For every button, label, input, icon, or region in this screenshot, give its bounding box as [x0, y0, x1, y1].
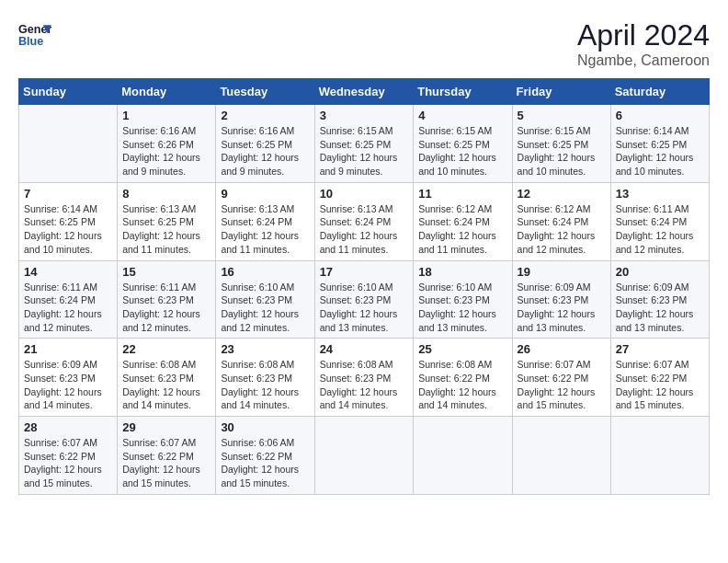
- calendar-cell: 30Sunrise: 6:06 AM Sunset: 6:22 PM Dayli…: [216, 417, 314, 495]
- calendar-table: Sunday Monday Tuesday Wednesday Thursday…: [18, 78, 710, 495]
- calendar-week-3: 14Sunrise: 6:11 AM Sunset: 6:24 PM Dayli…: [19, 260, 710, 339]
- month-title: April 2024: [577, 18, 710, 52]
- calendar-cell: 25Sunrise: 6:08 AM Sunset: 6:22 PM Dayli…: [414, 339, 512, 417]
- logo-icon: General Blue: [18, 18, 51, 52]
- day-number: 2: [221, 109, 309, 122]
- calendar-cell: [19, 105, 118, 183]
- day-info: Sunrise: 6:16 AM Sunset: 6:25 PM Dayligh…: [221, 124, 309, 178]
- calendar-week-2: 7Sunrise: 6:14 AM Sunset: 6:25 PM Daylig…: [19, 182, 710, 260]
- day-number: 4: [418, 109, 506, 122]
- col-saturday: Saturday: [610, 79, 709, 105]
- calendar-cell: 26Sunrise: 6:07 AM Sunset: 6:22 PM Dayli…: [512, 339, 610, 417]
- day-number: 5: [518, 109, 606, 122]
- header-row: Sunday Monday Tuesday Wednesday Thursday…: [19, 79, 710, 105]
- day-number: 13: [616, 187, 704, 201]
- col-friday: Friday: [512, 79, 610, 105]
- calendar-cell: [610, 417, 709, 495]
- page-header: General Blue April 2024 Ngambe, Cameroon: [18, 18, 710, 69]
- day-info: Sunrise: 6:14 AM Sunset: 6:25 PM Dayligh…: [24, 202, 112, 257]
- day-info: Sunrise: 6:13 AM Sunset: 6:25 PM Dayligh…: [122, 202, 210, 257]
- day-info: Sunrise: 6:16 AM Sunset: 6:26 PM Dayligh…: [122, 124, 210, 178]
- calendar-cell: 17Sunrise: 6:10 AM Sunset: 6:23 PM Dayli…: [314, 260, 414, 339]
- calendar-cell: 4Sunrise: 6:15 AM Sunset: 6:25 PM Daylig…: [414, 105, 512, 183]
- day-number: 1: [122, 109, 210, 122]
- day-info: Sunrise: 6:08 AM Sunset: 6:23 PM Dayligh…: [221, 358, 309, 412]
- calendar-week-4: 21Sunrise: 6:09 AM Sunset: 6:23 PM Dayli…: [19, 339, 710, 417]
- day-info: Sunrise: 6:06 AM Sunset: 6:22 PM Dayligh…: [221, 436, 309, 490]
- calendar-cell: [414, 417, 512, 495]
- day-number: 12: [518, 187, 606, 201]
- day-number: 23: [221, 342, 309, 356]
- day-info: Sunrise: 6:14 AM Sunset: 6:25 PM Dayligh…: [616, 124, 704, 178]
- day-info: Sunrise: 6:13 AM Sunset: 6:24 PM Dayligh…: [221, 202, 309, 257]
- calendar-cell: [512, 417, 610, 495]
- calendar-cell: 16Sunrise: 6:10 AM Sunset: 6:23 PM Dayli…: [216, 260, 314, 339]
- day-info: Sunrise: 6:12 AM Sunset: 6:24 PM Dayligh…: [418, 202, 506, 257]
- calendar-cell: 20Sunrise: 6:09 AM Sunset: 6:23 PM Dayli…: [610, 260, 709, 339]
- calendar-cell: 1Sunrise: 6:16 AM Sunset: 6:26 PM Daylig…: [118, 105, 216, 183]
- day-number: 27: [616, 342, 704, 356]
- day-info: Sunrise: 6:10 AM Sunset: 6:23 PM Dayligh…: [320, 281, 409, 335]
- day-info: Sunrise: 6:07 AM Sunset: 6:22 PM Dayligh…: [24, 436, 112, 490]
- day-info: Sunrise: 6:12 AM Sunset: 6:24 PM Dayligh…: [518, 202, 606, 257]
- day-number: 25: [418, 342, 506, 356]
- col-thursday: Thursday: [414, 79, 512, 105]
- svg-text:Blue: Blue: [18, 35, 43, 48]
- calendar-cell: 2Sunrise: 6:16 AM Sunset: 6:25 PM Daylig…: [216, 105, 314, 183]
- calendar-cell: 13Sunrise: 6:11 AM Sunset: 6:24 PM Dayli…: [610, 182, 709, 260]
- day-number: 29: [122, 420, 210, 434]
- calendar-cell: 10Sunrise: 6:13 AM Sunset: 6:24 PM Dayli…: [314, 182, 414, 260]
- calendar-cell: 21Sunrise: 6:09 AM Sunset: 6:23 PM Dayli…: [19, 339, 118, 417]
- day-number: 19: [518, 265, 606, 279]
- day-number: 17: [320, 265, 409, 279]
- calendar-cell: 15Sunrise: 6:11 AM Sunset: 6:23 PM Dayli…: [118, 260, 216, 339]
- day-info: Sunrise: 6:13 AM Sunset: 6:24 PM Dayligh…: [320, 202, 409, 257]
- col-wednesday: Wednesday: [314, 79, 414, 105]
- location-title: Ngambe, Cameroon: [577, 52, 710, 69]
- calendar-cell: 22Sunrise: 6:08 AM Sunset: 6:23 PM Dayli…: [118, 339, 216, 417]
- day-number: 18: [418, 265, 506, 279]
- day-number: 24: [320, 342, 409, 356]
- day-info: Sunrise: 6:09 AM Sunset: 6:23 PM Dayligh…: [24, 358, 112, 412]
- calendar-cell: 11Sunrise: 6:12 AM Sunset: 6:24 PM Dayli…: [414, 182, 512, 260]
- day-info: Sunrise: 6:08 AM Sunset: 6:23 PM Dayligh…: [122, 358, 210, 412]
- day-info: Sunrise: 6:11 AM Sunset: 6:24 PM Dayligh…: [24, 281, 112, 335]
- calendar-cell: 3Sunrise: 6:15 AM Sunset: 6:25 PM Daylig…: [314, 105, 414, 183]
- day-number: 20: [616, 265, 704, 279]
- calendar-cell: 27Sunrise: 6:07 AM Sunset: 6:22 PM Dayli…: [610, 339, 709, 417]
- day-number: 7: [24, 187, 112, 201]
- day-info: Sunrise: 6:07 AM Sunset: 6:22 PM Dayligh…: [518, 358, 606, 412]
- day-info: Sunrise: 6:07 AM Sunset: 6:22 PM Dayligh…: [122, 436, 210, 490]
- day-number: 14: [24, 265, 112, 279]
- day-number: 16: [221, 265, 309, 279]
- calendar-week-1: 1Sunrise: 6:16 AM Sunset: 6:26 PM Daylig…: [19, 105, 710, 183]
- calendar-cell: 12Sunrise: 6:12 AM Sunset: 6:24 PM Dayli…: [512, 182, 610, 260]
- day-info: Sunrise: 6:08 AM Sunset: 6:22 PM Dayligh…: [418, 358, 506, 412]
- calendar-cell: 6Sunrise: 6:14 AM Sunset: 6:25 PM Daylig…: [610, 105, 709, 183]
- day-number: 26: [518, 342, 606, 356]
- day-number: 6: [616, 109, 704, 122]
- calendar-cell: 19Sunrise: 6:09 AM Sunset: 6:23 PM Dayli…: [512, 260, 610, 339]
- col-sunday: Sunday: [19, 79, 118, 105]
- calendar-cell: 5Sunrise: 6:15 AM Sunset: 6:25 PM Daylig…: [512, 105, 610, 183]
- day-info: Sunrise: 6:09 AM Sunset: 6:23 PM Dayligh…: [518, 281, 606, 335]
- day-info: Sunrise: 6:11 AM Sunset: 6:23 PM Dayligh…: [122, 281, 210, 335]
- day-info: Sunrise: 6:08 AM Sunset: 6:23 PM Dayligh…: [320, 358, 409, 412]
- calendar-cell: 28Sunrise: 6:07 AM Sunset: 6:22 PM Dayli…: [19, 417, 118, 495]
- day-number: 11: [418, 187, 506, 201]
- calendar-week-5: 28Sunrise: 6:07 AM Sunset: 6:22 PM Dayli…: [19, 417, 710, 495]
- day-info: Sunrise: 6:11 AM Sunset: 6:24 PM Dayligh…: [616, 202, 704, 257]
- day-number: 15: [122, 265, 210, 279]
- calendar-cell: 9Sunrise: 6:13 AM Sunset: 6:24 PM Daylig…: [216, 182, 314, 260]
- col-tuesday: Tuesday: [216, 79, 314, 105]
- day-info: Sunrise: 6:15 AM Sunset: 6:25 PM Dayligh…: [320, 124, 409, 178]
- day-number: 30: [221, 420, 309, 434]
- calendar-cell: 24Sunrise: 6:08 AM Sunset: 6:23 PM Dayli…: [314, 339, 414, 417]
- day-number: 3: [320, 109, 409, 122]
- day-number: 28: [24, 420, 112, 434]
- day-number: 8: [122, 187, 210, 201]
- day-info: Sunrise: 6:15 AM Sunset: 6:25 PM Dayligh…: [418, 124, 506, 178]
- calendar-cell: 18Sunrise: 6:10 AM Sunset: 6:23 PM Dayli…: [414, 260, 512, 339]
- day-info: Sunrise: 6:09 AM Sunset: 6:23 PM Dayligh…: [616, 281, 704, 335]
- day-number: 10: [320, 187, 409, 201]
